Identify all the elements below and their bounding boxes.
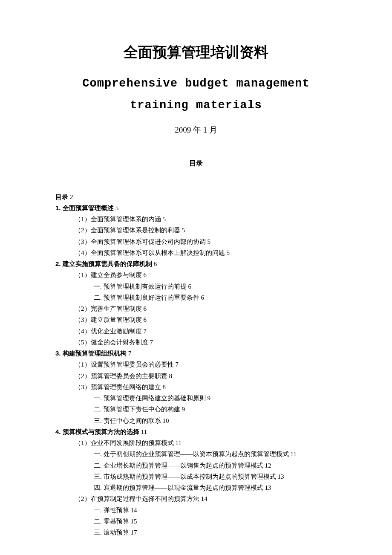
toc-entry-text: （1）全面预算管理体系的内涵 bbox=[75, 216, 161, 223]
toc-entry-text: 三. 市场成熟期的预算管理——以成本控制为起点的预算管理模式 bbox=[94, 473, 276, 480]
toc-entry: （2）预算管理委员会的主要职责8 bbox=[75, 370, 337, 382]
toc-entry-text: （3）预算管理责任网络的建立 bbox=[75, 384, 161, 390]
toc-entry-text: （2）预算管理委员会的主要职责 bbox=[75, 373, 167, 379]
toc-entry-text: 1. 全面预算管理概述 bbox=[55, 204, 114, 211]
toc-entry-page: 7 bbox=[128, 350, 132, 357]
toc-entry-text: 一. 弹性预算 bbox=[94, 507, 129, 514]
toc-entry: （1）企业不同发展阶段的预算模式11 bbox=[75, 437, 337, 448]
toc-entry-page: 5 bbox=[115, 205, 119, 211]
toc-entry-text: （2）在预算制定过程中选择不同的预算方法 bbox=[75, 495, 199, 502]
toc-entry: 三. 滚动预算17 bbox=[94, 527, 337, 538]
toc-entry-text: 二. 企业增长期的预算管理——以销售为起点的预算管理模式 bbox=[94, 462, 263, 469]
toc-entry-text: 2. 建立实施预算需具备的保障机制 bbox=[55, 260, 152, 267]
toc-entry-text: （2）完善生产管理制度 bbox=[75, 305, 142, 312]
toc-entry-text: （1）设置预算管理委员会的必要性 bbox=[75, 361, 174, 368]
toc-entry-text: 3. 构建预算管理组织机构 bbox=[55, 350, 127, 357]
toc-entry: 二. 预算管理机制良好运行的重要条件6 bbox=[94, 292, 337, 303]
toc-entry-text: 一. 预算管理责任网络建立的基础和原则 bbox=[94, 395, 206, 402]
toc-entry-page: 7 bbox=[176, 361, 179, 368]
toc-entry-page: 13 bbox=[278, 473, 284, 480]
toc-entry: （2）在预算制定过程中选择不同的预算方法14 bbox=[75, 493, 337, 504]
toc-entry-page: 9 bbox=[208, 395, 211, 402]
toc-heading: 目录 bbox=[55, 159, 337, 168]
toc-entry-text: （1）建立全员参与制度 bbox=[75, 272, 142, 278]
toc-entry-page: 13 bbox=[265, 484, 271, 491]
toc-entry-page: 5 bbox=[163, 216, 166, 223]
toc-entry: （5）健全的会计财务制度7 bbox=[75, 337, 337, 348]
toc-entry-page: 9 bbox=[182, 406, 185, 413]
document-title-cn: 全面预算管理培训资料 bbox=[55, 43, 337, 62]
document-title-en: Comprehensive budget management training… bbox=[55, 73, 337, 117]
toc-entry-page: 17 bbox=[131, 529, 137, 536]
toc-entry-text: 一. 处于初创期的企业预算管理——以资本预算为起点的预算管理模式 bbox=[94, 451, 289, 457]
toc-entry-page: 6 bbox=[144, 316, 147, 323]
toc-entry-page: 12 bbox=[265, 462, 271, 469]
toc-entry-text: （3）建立质量管理制度 bbox=[75, 316, 142, 323]
toc-entry: （2）完善生产管理制度6 bbox=[75, 303, 337, 314]
toc-entry: 2. 建立实施预算需具备的保障机制6 bbox=[55, 258, 337, 269]
toc-entry-page: 5 bbox=[227, 249, 230, 256]
toc-entry: （3）预算管理责任网络的建立8 bbox=[75, 382, 337, 393]
toc-entry: 三. 责任中心之间的联系10 bbox=[94, 415, 337, 426]
toc-entry: 目录2 bbox=[55, 191, 337, 202]
toc-entry-page: 6 bbox=[154, 260, 157, 267]
toc-entry-page: 14 bbox=[131, 507, 137, 514]
toc-entry-text: （4）优化企业激励制度 bbox=[75, 328, 142, 335]
toc-entry-page: 15 bbox=[131, 518, 137, 525]
toc-entry: （3）全面预算管理体系可促进公司内部的协调5 bbox=[75, 236, 337, 247]
toc-entry: 1. 全面预算管理概述5 bbox=[55, 202, 337, 214]
toc-entry-page: 8 bbox=[169, 373, 173, 379]
toc-entry-text: 四. 衰退期的预算管理——以现金流量为起点的预算管理模式 bbox=[94, 484, 263, 491]
toc-entry: （3）建立质量管理制度6 bbox=[75, 314, 337, 325]
toc-entry-text: 三. 责任中心之间的联系 bbox=[94, 417, 161, 424]
toc-entry-text: 4. 预算模式与预算方法的选择 bbox=[55, 428, 139, 435]
toc-entry: 二. 预算管理下责任中心的构建9 bbox=[94, 404, 337, 415]
toc-entry-text: （2）全面预算管理体系是控制的利器 bbox=[75, 227, 180, 234]
toc-entry-text: （5）健全的会计财务制度 bbox=[75, 339, 148, 346]
toc-entry-page: 11 bbox=[176, 439, 182, 446]
toc-entry: （2）全面预算管理体系是控制的利器5 bbox=[75, 225, 337, 236]
toc-entry: （4）全面预算管理体系可以从根本上解决控制的问题5 bbox=[75, 247, 337, 258]
toc-entry-page: 7 bbox=[144, 328, 147, 335]
toc-entry-text: 一. 预算管理机制有效运行的前提 bbox=[94, 283, 187, 290]
toc-entry: 四. 衰退期的预算管理——以现金流量为起点的预算管理模式13 bbox=[94, 482, 337, 493]
toc-entry-text: （1）企业不同发展阶段的预算模式 bbox=[75, 439, 174, 446]
toc-entry-page: 5 bbox=[208, 238, 211, 245]
toc-entry: （1）建立全员参与制度6 bbox=[75, 269, 337, 280]
toc-entry-text: 二. 预算管理机制良好运行的重要条件 bbox=[94, 294, 199, 301]
toc-entry: 三. 市场成熟期的预算管理——以成本控制为起点的预算管理模式13 bbox=[94, 471, 337, 482]
toc-entry-text: 目录 bbox=[55, 193, 68, 200]
toc-entry: （1）设置预算管理委员会的必要性7 bbox=[75, 359, 337, 370]
toc-entry-page: 11 bbox=[141, 428, 147, 435]
toc-entry: 一. 预算管理责任网络建立的基础和原则9 bbox=[94, 393, 337, 404]
toc-entry: 一. 预算管理机制有效运行的前提6 bbox=[94, 281, 337, 292]
toc-entry-page: 6 bbox=[201, 294, 205, 301]
toc-entry: 二. 零基预算15 bbox=[94, 516, 337, 527]
toc-entry-page: 10 bbox=[163, 417, 169, 424]
toc-entry: （4）优化企业激励制度7 bbox=[75, 326, 337, 337]
toc-entry-text: （3）全面预算管理体系可促进公司内部的协调 bbox=[75, 238, 206, 245]
toc-entry: （1）全面预算管理体系的内涵5 bbox=[75, 214, 337, 225]
toc-entry-text: 二. 零基预算 bbox=[94, 518, 129, 525]
toc-entry-page: 11 bbox=[291, 451, 297, 457]
table-of-contents: 目录21. 全面预算管理概述5（1）全面预算管理体系的内涵5（2）全面预算管理体… bbox=[55, 191, 337, 538]
toc-entry-text: 三. 滚动预算 bbox=[94, 529, 129, 536]
toc-entry-page: 5 bbox=[182, 227, 185, 234]
toc-entry-text: （4）全面预算管理体系可以从根本上解决控制的问题 bbox=[75, 249, 225, 256]
toc-entry-page: 6 bbox=[144, 305, 147, 312]
toc-entry-text: 二. 预算管理下责任中心的构建 bbox=[94, 406, 180, 413]
toc-entry-page: 8 bbox=[163, 384, 166, 390]
toc-entry-page: 14 bbox=[201, 495, 208, 502]
toc-entry: 4. 预算模式与预算方法的选择11 bbox=[55, 426, 337, 437]
toc-entry-page: 6 bbox=[188, 283, 192, 290]
toc-entry: 3. 构建预算管理组织机构7 bbox=[55, 348, 337, 359]
toc-entry-page: 2 bbox=[70, 194, 73, 200]
toc-entry: 一. 处于初创期的企业预算管理——以资本预算为起点的预算管理模式11 bbox=[94, 448, 337, 460]
toc-entry-page: 7 bbox=[150, 339, 153, 346]
toc-entry: 二. 企业增长期的预算管理——以销售为起点的预算管理模式12 bbox=[94, 460, 337, 471]
document-date: 2009 年 1 月 bbox=[55, 124, 337, 136]
toc-entry-page: 6 bbox=[144, 272, 147, 278]
toc-entry: 一. 弹性预算14 bbox=[94, 505, 337, 516]
